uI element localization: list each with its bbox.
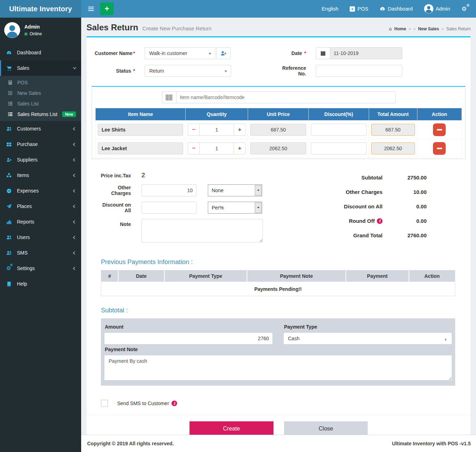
sidebar-item-sales-list[interactable]: Sales List: [0, 98, 81, 109]
sidebar-item-sms[interactable]: SMS: [0, 245, 81, 261]
nav-pos[interactable]: + POS: [344, 0, 374, 18]
col-quantity: Quantity: [186, 108, 248, 121]
date-input[interactable]: [330, 47, 402, 59]
brand-logo[interactable]: Ultimate Inventory: [0, 0, 81, 18]
sidebar-item-expenses[interactable]: Expenses: [0, 183, 81, 198]
sidebar-item-label: Places: [17, 203, 32, 209]
minus-circle-icon: [6, 188, 17, 194]
sidebar-item-items[interactable]: Items: [0, 167, 81, 183]
breadcrumb-new-sales[interactable]: New Sales: [418, 26, 439, 31]
sidebar-item-purchase[interactable]: Purchase: [0, 136, 81, 152]
page-subtitle: Create New Purchase Return: [143, 25, 212, 31]
new-badge: New: [62, 111, 76, 117]
create-button[interactable]: Create: [189, 421, 273, 436]
status-select[interactable]: Return: [145, 65, 231, 77]
sidebar-item-dashboard[interactable]: Dashboard: [0, 45, 81, 60]
sidebar-item-reports[interactable]: Reports: [0, 214, 81, 230]
note-textarea[interactable]: [141, 219, 263, 243]
hamburger-icon[interactable]: [83, 0, 99, 18]
discount-input[interactable]: [311, 124, 367, 136]
chevron-left-icon: [73, 220, 77, 224]
qty-input[interactable]: [200, 142, 234, 154]
payment-note-textarea[interactable]: Payment By cash: [104, 355, 452, 380]
sidebar-item-sales-returns-list[interactable]: Sales Returns List New: [0, 109, 81, 120]
sidebar-item-pos[interactable]: POS: [0, 77, 81, 88]
quick-add-button[interactable]: +: [100, 2, 114, 15]
other-charges-unit-select[interactable]: None: [208, 184, 262, 196]
paper-plane-icon: [6, 204, 17, 209]
sidebar-item-settings[interactable]: ⚙⚙ Settings: [0, 261, 81, 276]
calendar-icon[interactable]: [316, 47, 330, 59]
home-icon: ⌂: [389, 26, 392, 31]
chevron-left-icon: [73, 236, 77, 239]
remove-item-button[interactable]: [433, 142, 446, 155]
nav-user-menu[interactable]: Admin: [418, 0, 456, 18]
add-customer-button[interactable]: [216, 47, 231, 59]
sidebar-item-label: Customers: [17, 126, 41, 132]
reference-no-input[interactable]: [316, 65, 402, 77]
caret-down-icon: [255, 185, 261, 196]
content-header: Sales Return Create New Purchase Return …: [81, 18, 476, 36]
send-sms-checkbox[interactable]: [101, 400, 108, 407]
unit-price-input: [250, 124, 306, 136]
grand-total-label: Grand Total: [331, 232, 382, 238]
price-inc-tax-label: Price inc.Tax: [99, 173, 141, 178]
plus-square-icon: +: [350, 6, 355, 12]
subtotal-value: 2750.00: [382, 175, 427, 181]
item-search-input[interactable]: [176, 91, 396, 103]
sidebar-item-new-sales[interactable]: New Sales: [0, 88, 81, 98]
discount-total-label: Discount on All: [331, 203, 382, 209]
sidebar-item-customers[interactable]: Customers: [0, 121, 81, 136]
sidebar-user-status[interactable]: Online: [24, 31, 42, 36]
sidebar-item-label: Sales: [17, 65, 29, 71]
sidebar-item-places[interactable]: Places: [0, 198, 81, 214]
sidebar-item-help[interactable]: Help: [0, 276, 81, 292]
item-name-input: [98, 124, 183, 136]
sidebar-item-label: Reports: [17, 219, 34, 225]
qty-minus-button[interactable]: −: [188, 124, 200, 136]
users-icon: [6, 126, 17, 132]
info-icon[interactable]: i: [171, 401, 177, 406]
payment-type-value: Cash: [288, 336, 300, 341]
sidebar-item-users[interactable]: Users: [0, 230, 81, 245]
nav-dashboard[interactable]: Dashboard: [374, 0, 418, 18]
customer-select[interactable]: Walk-in customer: [145, 47, 215, 59]
sidebar-item-sales[interactable]: Sales: [0, 60, 81, 76]
amount-input[interactable]: [104, 332, 273, 344]
cart-icon: [6, 66, 17, 71]
plus-square-icon: [8, 91, 17, 96]
status-label: Status *: [86, 68, 145, 74]
page-title: Sales Return: [86, 23, 138, 32]
col-item-name: Item Name: [96, 108, 186, 121]
qty-plus-button[interactable]: +: [234, 142, 246, 154]
qty-input[interactable]: [200, 124, 234, 136]
nav-language[interactable]: English: [316, 0, 344, 18]
col-number: #: [101, 270, 118, 282]
nav-pos-label: POS: [357, 6, 368, 12]
remove-item-button[interactable]: [433, 123, 446, 136]
calculator-icon: [8, 80, 17, 85]
charges-form: Price inc.Tax 2 Other Charges None Disco…: [99, 172, 331, 248]
price-inc-tax-value: 2: [141, 172, 145, 179]
items-table: Item Name Quantity Unit Price Discount(%…: [95, 108, 462, 158]
item-search-group: [162, 91, 396, 103]
qty-minus-button[interactable]: −: [188, 142, 200, 154]
close-button[interactable]: Close: [284, 421, 368, 436]
info-icon[interactable]: i: [377, 218, 382, 224]
sidebar-item-label: POS: [17, 80, 28, 85]
breadcrumb-home[interactable]: Home: [394, 26, 406, 31]
payment-type-select[interactable]: Cash ▼: [283, 332, 452, 344]
payments-empty-row: Payments Pending!!: [101, 282, 455, 296]
discount-unit-select[interactable]: Per%: [208, 202, 262, 214]
discount-input[interactable]: [311, 142, 367, 154]
users-icon: [6, 250, 17, 256]
other-charges-input[interactable]: [141, 184, 197, 196]
gears-icon[interactable]: ⚙⚙: [456, 5, 470, 12]
other-charges-unit-value: None: [208, 188, 254, 193]
sidebar-item-suppliers[interactable]: Suppliers: [0, 152, 81, 167]
amount-label: Amount: [104, 322, 273, 332]
discount-on-all-input[interactable]: [141, 202, 197, 214]
qty-plus-button[interactable]: +: [234, 124, 246, 136]
unit-price-input: [250, 142, 306, 154]
round-off-value: 0.00: [382, 218, 427, 224]
